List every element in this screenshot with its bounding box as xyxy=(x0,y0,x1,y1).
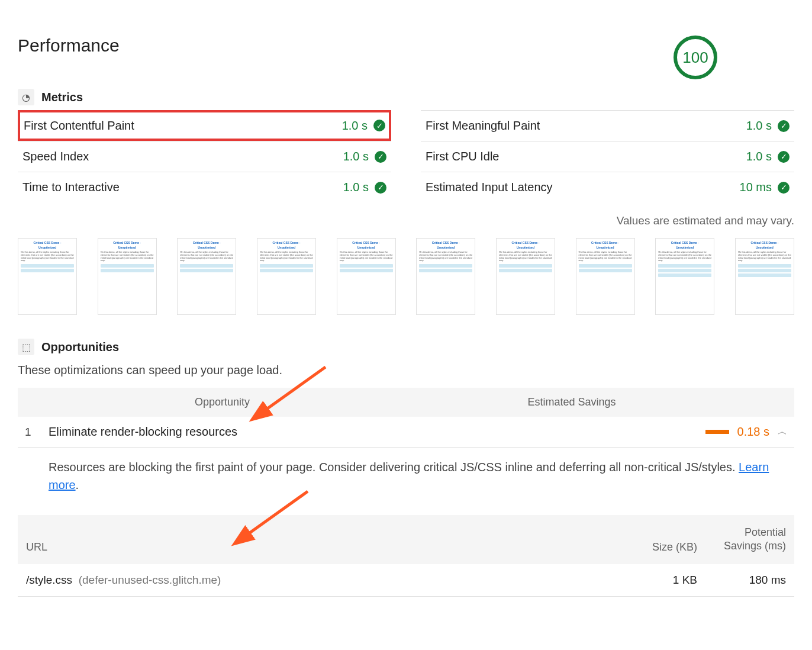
filmstrip-thumbnail: Critical CSS Demo -UnoptimizedOn this de… xyxy=(337,238,396,315)
filmstrip-thumbnail: Critical CSS Demo -UnoptimizedOn this de… xyxy=(655,238,714,315)
metric-value: 1.0 s xyxy=(343,181,369,194)
metric-value: 1.0 s xyxy=(746,119,772,133)
opportunities-description: These optimizations can speed up your pa… xyxy=(18,363,794,377)
metric-label: Time to Interactive xyxy=(22,181,120,194)
metric-row[interactable]: Time to Interactive1.0 s✓ xyxy=(18,172,391,202)
url-size: 1 KB xyxy=(626,574,697,587)
filmstrip: Critical CSS Demo -UnoptimizedOn this de… xyxy=(18,238,794,315)
metric-label: First Meaningful Paint xyxy=(426,119,540,133)
url-savings: 180 ms xyxy=(697,574,786,587)
check-icon: ✓ xyxy=(375,151,386,163)
filmstrip-thumbnail: Critical CSS Demo -UnoptimizedOn this de… xyxy=(177,238,236,315)
url-host: (defer-unused-css.glitch.me) xyxy=(79,574,221,586)
savings-col-label: Potential Savings (ms) xyxy=(697,526,786,554)
url-row: /style.css (defer-unused-css.glitch.me) … xyxy=(18,564,794,597)
opportunities-icon: ⬚ xyxy=(18,339,34,355)
page-title: Performance xyxy=(18,36,120,56)
check-icon: ✓ xyxy=(778,182,790,194)
metric-value: 1.0 s xyxy=(342,119,368,133)
metric-row[interactable]: Speed Index1.0 s✓ xyxy=(18,141,391,172)
filmstrip-thumbnail: Critical CSS Demo -UnoptimizedOn this de… xyxy=(18,238,77,315)
metric-row[interactable]: First Contentful Paint1.0 s✓ xyxy=(18,110,391,141)
filmstrip-thumbnail: Critical CSS Demo -UnoptimizedOn this de… xyxy=(576,238,635,315)
metrics-heading: Metrics xyxy=(41,91,83,104)
metrics-footnote: Values are estimated and may vary. xyxy=(18,214,794,227)
metric-row[interactable]: First CPU Idle1.0 s✓ xyxy=(421,141,794,172)
check-icon: ✓ xyxy=(375,182,386,194)
metric-value: 1.0 s xyxy=(343,150,369,163)
check-icon: ✓ xyxy=(778,151,790,163)
filmstrip-thumbnail: Critical CSS Demo -UnoptimizedOn this de… xyxy=(496,238,555,315)
filmstrip-thumbnail: Critical CSS Demo -UnoptimizedOn this de… xyxy=(98,238,157,315)
opportunity-row[interactable]: 1 Eliminate render-blocking resources 0.… xyxy=(18,417,794,448)
savings-col-label: Estimated Savings xyxy=(250,396,787,408)
metric-label: First CPU Idle xyxy=(426,150,499,163)
savings-bar xyxy=(705,430,729,434)
performance-score-value: 100 xyxy=(682,49,708,67)
opportunity-col-label: Opportunity xyxy=(25,396,250,408)
metric-value: 1.0 s xyxy=(746,150,772,163)
metric-label: First Contentful Paint xyxy=(24,119,134,133)
size-col-label: Size (KB) xyxy=(626,541,697,554)
metric-row[interactable]: Estimated Input Latency10 ms✓ xyxy=(421,172,794,202)
url-col-label: URL xyxy=(26,541,626,554)
opportunity-detail: Resources are blocking the first paint o… xyxy=(18,448,794,504)
opportunity-number: 1 xyxy=(25,426,49,439)
opportunity-name: Eliminate render-blocking resources xyxy=(49,425,705,439)
url-table-header: URL Size (KB) Potential Savings (ms) xyxy=(18,515,794,564)
opportunities-table-header: Opportunity Estimated Savings xyxy=(18,388,794,417)
metric-label: Estimated Input Latency xyxy=(426,181,553,194)
performance-score-circle: 100 xyxy=(674,36,717,79)
filmstrip-thumbnail: Critical CSS Demo -UnoptimizedOn this de… xyxy=(416,238,475,315)
metric-label: Speed Index xyxy=(22,150,89,163)
metric-row[interactable]: First Meaningful Paint1.0 s✓ xyxy=(421,110,794,141)
stopwatch-icon: ◔ xyxy=(18,89,34,105)
metric-value: 10 ms xyxy=(740,181,772,194)
chevron-up-icon[interactable]: ︿ xyxy=(778,426,787,438)
filmstrip-thumbnail: Critical CSS Demo -UnoptimizedOn this de… xyxy=(735,238,794,315)
opportunities-heading: Opportunities xyxy=(41,340,119,354)
opportunity-time: 0.18 s xyxy=(737,425,769,439)
check-icon: ✓ xyxy=(778,120,790,132)
filmstrip-thumbnail: Critical CSS Demo -UnoptimizedOn this de… xyxy=(257,238,316,315)
check-icon: ✓ xyxy=(373,120,385,131)
url-path: /style.css xyxy=(26,574,72,586)
